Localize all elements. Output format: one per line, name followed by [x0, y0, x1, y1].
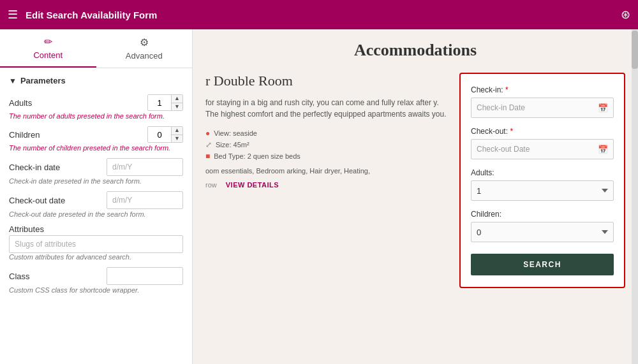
checkout-date-row-inline: Check-out date [9, 191, 183, 209]
feature-view-text: View: seaside [214, 129, 257, 137]
attributes-label: Attributes [9, 224, 44, 234]
room-features: ● View: seaside ⤢ Size: 45m² ■ Bed Type:… [205, 129, 447, 161]
widget-children-field: Children: 0 1 2 3 4 [471, 210, 614, 242]
children-input-wrap: 0 ▲ ▼ [147, 126, 183, 143]
chevron-icon: ▼ [9, 76, 17, 85]
feature-size-text: Size: 45m² [216, 141, 249, 149]
widget-adults-field: Adults: 1 2 3 4 5 [471, 168, 614, 201]
content-area: Accommodations r Double Room for staying… [193, 29, 638, 364]
search-widget: Check-in: * Check-in Date 📅 Check-out: * [459, 73, 625, 288]
room-desc: for staying in a big and rush city, you … [205, 97, 447, 120]
class-input[interactable] [107, 267, 183, 285]
checkout-date-hint: Check-out date preseted in the search fo… [9, 210, 183, 218]
class-field: Class Custom CSS class for shortcode wra… [9, 267, 183, 294]
checkin-placeholder-text: Check-in Date [477, 103, 525, 112]
class-label: Class [9, 272, 30, 281]
children-spinners: ▲ ▼ [171, 126, 182, 143]
children-label: Children [9, 130, 40, 140]
room-amenities: oom essentials, Bedroom arking, Hair dry… [205, 167, 447, 175]
checkout-date-field: Check-out date Check-out date preseted i… [9, 191, 183, 218]
pencil-icon: ✏ [44, 36, 52, 48]
grid-icon[interactable]: ⊛ [621, 8, 630, 22]
tab-content[interactable]: ✏ Content [0, 29, 96, 68]
widget-checkout-label: Check-out: * [471, 127, 614, 136]
adults-increment[interactable]: ▲ [172, 94, 182, 103]
feature-bed: ■ Bed Type: 2 quen size beds [205, 152, 447, 161]
feature-size: ⤢ Size: 45m² [205, 140, 447, 149]
attributes-field: Attributes Custom attributes for advance… [9, 224, 183, 261]
accommodations-heading: Accommodations [193, 29, 638, 66]
room-info: r Double Room for staying in a big and r… [205, 66, 447, 288]
sidebar: ✏ Content ⚙ Advanced ▼ Parameters Adults… [0, 29, 193, 364]
children-field: Children 0 ▲ ▼ The number of children pr… [9, 126, 183, 152]
search-button[interactable]: SEARCH [471, 254, 614, 275]
children-hint: The number of children preseted in the s… [9, 144, 183, 152]
checkin-date-hint: Check-in date preseted in the search for… [9, 177, 183, 185]
tab-advanced-label: Advanced [126, 51, 163, 61]
widget-checkin-label: Check-in: * [471, 85, 614, 94]
widget-children-label: Children: [471, 210, 614, 219]
parameters-section: ▼ Parameters Adults 1 ▲ ▼ The number of … [0, 68, 192, 308]
view-icon: ● [205, 129, 210, 138]
widget-adults-label: Adults: [471, 168, 614, 177]
parameters-header[interactable]: ▼ Parameters [9, 76, 183, 85]
children-row-inline: Children 0 ▲ ▼ [9, 126, 183, 143]
menu-icon[interactable]: ☰ [8, 8, 18, 22]
feature-view: ● View: seaside [205, 129, 447, 138]
size-icon: ⤢ [205, 140, 212, 149]
parameters-label: Parameters [20, 76, 66, 85]
widget-checkout-input[interactable]: Check-out Date 📅 [471, 139, 614, 159]
view-more-button[interactable]: row [205, 181, 217, 189]
bed-icon: ■ [205, 152, 210, 161]
attributes-input[interactable] [9, 235, 183, 253]
adults-label: Adults [9, 98, 32, 108]
scroll-thumb [632, 31, 638, 69]
checkout-date-input[interactable] [107, 191, 183, 209]
adults-row-inline: Adults 1 ▲ ▼ [9, 94, 183, 111]
calendar-icon-checkin: 📅 [598, 103, 608, 113]
adults-decrement[interactable]: ▼ [172, 103, 182, 112]
widget-checkout-field: Check-out: * Check-out Date 📅 [471, 127, 614, 159]
view-details-link[interactable]: VIEW DETAILS [226, 181, 279, 189]
checkin-date-row-inline: Check-in date [9, 158, 183, 176]
room-card-area: r Double Room for staying in a big and r… [193, 66, 638, 288]
widget-checkin-input[interactable]: Check-in Date 📅 [471, 98, 614, 118]
checkin-date-input[interactable] [107, 158, 183, 176]
children-decrement[interactable]: ▼ [172, 135, 182, 143]
checkin-date-label: Check-in date [9, 163, 60, 172]
tabs: ✏ Content ⚙ Advanced [0, 29, 192, 68]
checkout-date-label: Check-out date [9, 196, 65, 205]
widget-children-select[interactable]: 0 1 2 3 4 [471, 222, 614, 242]
attributes-row-inline: Attributes [9, 224, 183, 234]
adults-spinners: ▲ ▼ [171, 94, 182, 111]
checkin-date-field: Check-in date Check-in date preseted in … [9, 158, 183, 185]
scrollbar-right[interactable] [632, 29, 638, 364]
page-title: Edit Search Availability Form [26, 10, 621, 20]
gear-icon: ⚙ [140, 36, 149, 48]
room-actions: row VIEW DETAILS [205, 181, 447, 189]
adults-input-wrap: 1 ▲ ▼ [147, 94, 183, 111]
top-bar: ☰ Edit Search Availability Form ⊛ [0, 0, 638, 29]
tab-advanced[interactable]: ⚙ Advanced [96, 29, 193, 68]
feature-bed-text: Bed Type: 2 quen size beds [214, 152, 300, 160]
class-row-inline: Class [9, 267, 183, 285]
widget-checkin-field: Check-in: * Check-in Date 📅 [471, 85, 614, 118]
main-layout: ✏ Content ⚙ Advanced ▼ Parameters Adults… [0, 29, 638, 364]
adults-field: Adults 1 ▲ ▼ The number of adults preset… [9, 94, 183, 120]
tab-content-label: Content [33, 50, 63, 60]
checkout-required: * [510, 127, 513, 136]
calendar-icon-checkout: 📅 [598, 145, 608, 154]
children-input[interactable]: 0 [148, 127, 171, 142]
adults-hint: The number of adults preseted in the sea… [9, 112, 183, 120]
checkin-required: * [505, 85, 508, 94]
checkout-placeholder-text: Check-out Date [477, 145, 530, 154]
room-title: r Double Room [205, 73, 447, 89]
children-increment[interactable]: ▲ [172, 126, 182, 135]
adults-input[interactable]: 1 [148, 95, 171, 110]
class-hint: Custom CSS class for shortcode wrapper. [9, 286, 183, 294]
attributes-hint: Custom attributes for advanced search. [9, 253, 183, 261]
widget-adults-select[interactable]: 1 2 3 4 5 [471, 180, 614, 201]
